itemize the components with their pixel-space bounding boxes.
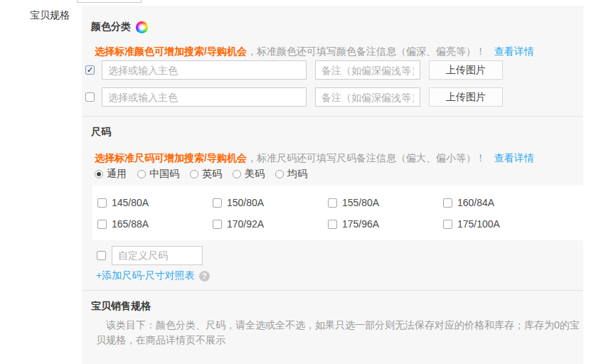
size-option-label: 170/92A — [227, 218, 264, 230]
color-row-1-note-input[interactable] — [315, 60, 420, 80]
add-size-chart-link[interactable]: +添加尺码-尺寸对照表 — [96, 269, 195, 282]
custom-size-input[interactable] — [112, 246, 203, 265]
size-tip: 选择标准尺码可增加搜索/导购机会，标准尺码还可填写尺码备注信息（偏大、偏小等）！… — [95, 152, 534, 165]
size-option-label: 145/80A — [112, 197, 149, 208]
size-type-label: 通用 — [107, 168, 127, 181]
size-type-tongyong[interactable]: 通用 — [95, 168, 127, 181]
size-option-checkbox[interactable]: ✓ — [97, 220, 107, 229]
size-option-checkbox[interactable]: ✓ — [328, 198, 337, 208]
sales-spec-description: 该类目下：颜色分类、尺码，请全选或全不选，如果只选一部分则无法保存对应的价格和库… — [96, 318, 581, 348]
size-option-label: 175/96A — [342, 218, 379, 230]
size-option-checkbox[interactable]: ✓ — [443, 220, 452, 229]
size-option-label: 155/80A — [342, 197, 379, 208]
size-type-meima[interactable]: 美码 — [233, 168, 265, 181]
color-row-1-checkbox[interactable]: ✓ — [85, 65, 95, 75]
spec-panel: 颜色分类 选择标准颜色可增加搜索/导购机会，标准颜色还可填写颜色备注信息（偏深、… — [82, 6, 583, 364]
size-type-yingma[interactable]: 英码 — [190, 168, 222, 181]
color-tip-highlight: 选择标准颜色可增加搜索/导购机会 — [95, 46, 247, 57]
size-tip-rest: ，标准尺码还可填写尺码备注信息（偏大、偏小等）！ — [247, 152, 486, 164]
size-section-title-text: 尺码 — [91, 126, 111, 139]
size-option-checkbox[interactable]: ✓ — [213, 198, 222, 208]
color-row-2-upload-button[interactable]: 上传图片 — [429, 87, 503, 107]
color-section-title-text: 颜色分类 — [91, 21, 131, 33]
size-tip-detail-link[interactable]: 查看详情 — [494, 152, 534, 164]
size-type-zhongguoma[interactable]: 中国码 — [137, 168, 179, 181]
size-option-155-80A[interactable]: ✓ 155/80A — [328, 192, 443, 213]
color-tip: 选择标准颜色可增加搜索/导购机会，标准颜色还可填写颜色备注信息（偏深、偏亮等）！… — [95, 46, 534, 58]
size-option-checkbox[interactable]: ✓ — [443, 198, 452, 208]
check-icon: ✓ — [87, 66, 93, 74]
size-option-175-96A[interactable]: ✓ 175/96A — [328, 213, 443, 235]
size-option-checkbox[interactable]: ✓ — [328, 220, 337, 229]
size-option-150-80A[interactable]: ✓ 150/80A — [213, 192, 328, 213]
size-option-label: 160/84A — [457, 197, 494, 208]
spec-field-label: 宝贝规格 — [0, 9, 70, 22]
color-section-title: 颜色分类 — [91, 21, 148, 33]
size-option-160-84A[interactable]: ✓ 160/84A — [443, 192, 558, 213]
color-row-1: ✓ 上传图片 — [85, 60, 503, 80]
color-row-1-upload-button[interactable]: 上传图片 — [429, 60, 503, 80]
color-tip-detail-link[interactable]: 查看详情 — [494, 46, 534, 57]
radio-icon — [275, 170, 284, 178]
color-tip-rest: ，标准颜色还可填写颜色备注信息（偏深、偏亮等）！ — [247, 46, 486, 57]
size-type-radio-group: 通用 中国码 英码 美码 均码 — [95, 168, 307, 181]
size-option-165-88A[interactable]: ✓ 165/88A — [97, 213, 213, 235]
custom-size-checkbox[interactable]: ✓ — [97, 251, 106, 260]
size-option-label: 165/88A — [112, 218, 149, 230]
section-divider — [82, 116, 583, 117]
size-option-checkbox[interactable]: ✓ — [213, 220, 222, 229]
add-size-chart-row: +添加尺码-尺寸对照表 ? — [96, 269, 210, 282]
size-type-label: 英码 — [202, 168, 222, 181]
size-option-170-92A[interactable]: ✓ 170/92A — [213, 213, 328, 235]
size-type-label: 美码 — [245, 168, 265, 181]
radio-icon — [190, 170, 198, 178]
size-option-grid: ✓ 145/80A ✓ 150/80A ✓ 155/80A ✓ 160/84A … — [92, 186, 583, 240]
section-divider — [82, 290, 583, 291]
product-spec-form: 宝贝规格 颜色分类 选择标准颜色可增加搜索/导购机会，标准颜色还可填写颜色备注信… — [0, 0, 596, 364]
size-type-junma[interactable]: 均码 — [275, 168, 307, 181]
color-row-1-main-input[interactable] — [102, 60, 307, 80]
size-type-label: 中国码 — [149, 168, 179, 181]
color-row-2: ✓ 上传图片 — [85, 87, 503, 107]
sales-spec-title: 宝贝销售规格 — [91, 300, 151, 313]
radio-icon — [95, 170, 103, 178]
size-option-label: 175/100A — [457, 218, 500, 230]
color-row-2-checkbox[interactable]: ✓ — [85, 92, 95, 102]
size-type-label: 均码 — [287, 168, 307, 181]
color-wheel-icon — [136, 21, 148, 33]
size-option-145-80A[interactable]: ✓ 145/80A — [97, 192, 213, 213]
radio-icon — [233, 170, 241, 178]
custom-size-row: ✓ — [97, 245, 203, 265]
size-option-175-100A[interactable]: ✓ 175/100A — [443, 213, 558, 235]
color-row-2-note-input[interactable] — [315, 87, 420, 107]
size-option-label: 150/80A — [227, 197, 264, 208]
size-tip-highlight: 选择标准尺码可增加搜索/导购机会 — [95, 152, 247, 164]
cutoff-input[interactable] — [77, 0, 142, 3]
color-row-2-main-input[interactable] — [102, 87, 307, 107]
size-option-checkbox[interactable]: ✓ — [97, 198, 107, 208]
help-icon[interactable]: ? — [199, 271, 210, 282]
radio-icon — [137, 170, 146, 178]
size-section-title: 尺码 — [91, 126, 111, 139]
